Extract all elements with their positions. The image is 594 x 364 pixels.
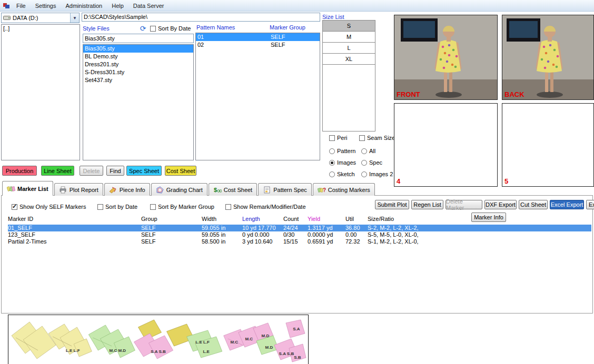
show-only-self-checkbox[interactable]: Show Only SELF Markers [12,204,86,210]
image-panel-4: 4 [394,103,498,187]
pattern-name: 01 [197,34,271,41]
size-cell[interactable]: L [323,43,375,54]
radio-pattern[interactable]: Pattern [329,148,355,154]
marker-sort-by-date-box[interactable] [97,204,103,210]
plot-report-icon [59,186,67,194]
pattern-list[interactable]: 01 SELF 02 SELF [195,33,320,160]
back-photo: BACK [502,15,594,100]
tab-grading-chart[interactable]: Grading Chart [151,183,207,196]
seam-size-checkbox[interactable]: Seam Size [359,135,395,141]
tab-piece-info[interactable]: Piece Info [104,183,150,196]
piece-label: M.C M.D [110,348,126,353]
col-yield: Yield [308,216,345,223]
menu-bar: File Settings Administration Help Data S… [0,0,594,12]
delete-marker-button[interactable]: Delete Marker [445,200,482,209]
image-panel-5: 5 [502,103,594,187]
radio-images2[interactable]: Images 2 [361,171,393,177]
tab-plot-report[interactable]: Plot Report [54,183,103,196]
excel-export-button[interactable]: Excel Export [550,200,584,209]
menu-data-server[interactable]: Data Server [128,0,169,12]
file-item[interactable]: BL Demo.sty [83,53,193,60]
sort-by-date-checkbox[interactable]: Sort By Date [150,25,191,32]
cell-util: 0.00 [345,231,368,238]
application-window: File Settings Administration Help Data S… [0,0,594,364]
seam-size-box[interactable] [359,135,365,141]
regen-list-button[interactable]: Regen List [411,200,443,209]
cost-sheet-icon: $ [213,186,222,194]
cut-sheet-button[interactable]: Cut Sheet [519,200,548,209]
cell-yield: 0.0000 yd [308,231,345,238]
drive-selector[interactable]: DATA (D:) ▼ [1,13,80,23]
sort-by-marker-group-box[interactable] [150,204,156,210]
size-cell[interactable]: S [323,21,375,32]
menu-help[interactable]: Help [107,0,128,12]
size-cell[interactable]: M [323,32,375,43]
size-cell[interactable]: XL [323,54,375,65]
spec-sheet-button[interactable]: Spec Sheet [126,166,162,176]
tab-marker-list[interactable]: Marker List [2,181,53,196]
tab-costing-markers[interactable]: ? Costing Markers [313,183,375,196]
pattern-row[interactable]: 02 SELF [196,41,320,49]
marker-sort-by-date-checkbox[interactable]: Sort by Date [97,204,137,210]
file-item[interactable]: Set437.sty [83,76,193,84]
show-remark-label: Show Remark/Modifier/Date [233,204,306,210]
tab-pattern-spec[interactable]: Pattern Spec [258,183,312,196]
submit-plot-button[interactable]: Submit Plot [375,200,409,209]
radio-images-dot[interactable] [329,160,335,166]
line-sheet-button[interactable]: Line Sheet [41,166,74,176]
radio-spec[interactable]: Spec [361,159,382,166]
marker-preview: L.E L.F M.C M.D S.A S.B L.E L.F L.E M.C … [8,315,309,364]
tab-label: Cost Sheet [224,187,252,193]
peri-checkbox[interactable]: Peri [329,135,348,141]
show-remark-checkbox[interactable]: Show Remark/Modifier/Date [225,204,306,210]
pattern-row[interactable]: 01 SELF [196,33,320,41]
show-remark-box[interactable] [225,204,231,210]
marker-row[interactable]: 01_SELF SELF 59.055 in 10 yd 17.770 24/2… [8,225,591,231]
piece-label: L.E L.F [195,340,210,345]
delete-button[interactable]: Delete [80,166,103,176]
radio-images[interactable]: Images [329,159,356,166]
file-item[interactable]: Dress201.sty [83,60,193,68]
refresh-icon[interactable]: ⟳ [140,25,146,32]
piece-label: S.A S.B [151,349,166,354]
col-length: Length [242,216,283,223]
cell-marker-id: Partial 2-Times [8,238,141,245]
radio-all[interactable]: All [361,148,375,154]
file-item[interactable]: Bias305.sty [83,45,193,53]
size-list-label: Size List [322,14,344,20]
radio-images2-label: Images 2 [369,171,393,177]
file-item[interactable]: S-Dress301.sty [83,68,193,76]
drive-dropdown-arrow[interactable]: ▼ [70,13,79,23]
style-file-list[interactable]: Bias305.sty BL Demo.sty Dress201.sty S-D… [83,44,194,160]
radio-all-dot[interactable] [361,148,367,154]
col-util: Util [345,216,368,223]
svg-text:?: ? [323,187,326,193]
marker-row[interactable]: 123_SELF SELF 59.055 in 0 yd 0.000 0/30 … [8,231,591,238]
menu-settings[interactable]: Settings [31,0,61,12]
export-partial-button[interactable]: Exp [586,200,594,209]
front-photo: FRONT [394,15,498,100]
piece-label: S.A [293,327,300,331]
show-only-self-box[interactable] [12,204,17,210]
filename-input[interactable] [83,34,194,43]
peri-box[interactable] [329,135,335,141]
radio-images2-dot[interactable] [361,171,367,177]
menu-administration[interactable]: Administration [61,0,107,12]
radio-pattern-dot[interactable] [329,148,335,154]
marker-row[interactable]: Partial 2-Times SELF 58.500 in 3 yd 10.6… [8,238,591,245]
folder-up-item[interactable]: [..] [2,25,80,32]
sort-by-marker-group-checkbox[interactable]: Sort By Marker Group [150,204,214,210]
production-button[interactable]: Production [2,166,37,176]
sort-by-date-box[interactable] [150,26,156,32]
tab-label: Plot Report [70,187,98,193]
path-field[interactable]: D:\SCAD\Styles\Sample\ [82,13,320,22]
tab-cost-sheet[interactable]: $ Cost Sheet [209,183,257,196]
radio-sketch-dot[interactable] [329,171,335,177]
find-button[interactable]: Find [106,166,124,176]
radio-sketch[interactable]: Sketch [329,171,355,177]
menu-file[interactable]: File [12,0,31,12]
cost-sheet-button[interactable]: Cost Sheet [165,166,196,176]
radio-spec-dot[interactable] [361,160,367,166]
dxf-export-button[interactable]: DXF Export [484,200,517,209]
folder-list[interactable]: [..] [1,24,80,160]
